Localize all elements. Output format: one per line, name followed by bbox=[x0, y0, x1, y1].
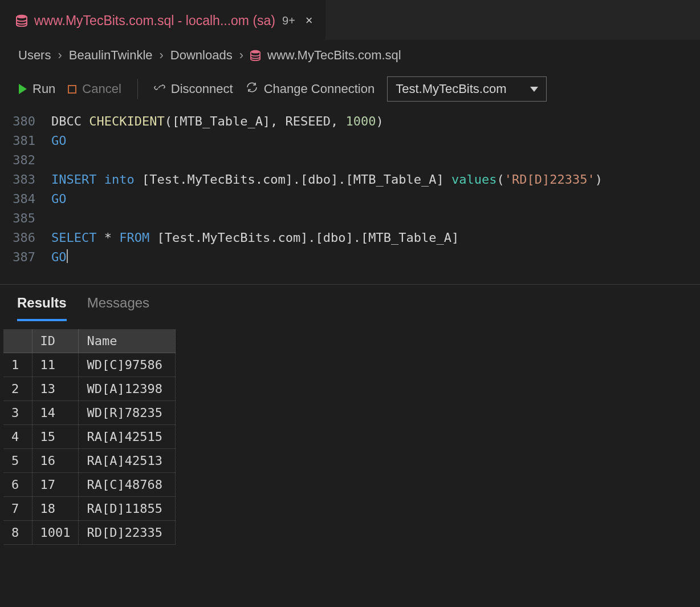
row-number[interactable]: 8 bbox=[3, 521, 32, 545]
code-content[interactable]: DBCC CHECKIDENT([MTB_Table_A], RESEED, 1… bbox=[51, 112, 384, 131]
cell[interactable]: RA[C]48768 bbox=[79, 473, 176, 497]
code-line[interactable]: 385 bbox=[0, 209, 700, 228]
code-editor[interactable]: 380DBCC CHECKIDENT([MTB_Table_A], RESEED… bbox=[0, 108, 700, 284]
cell[interactable]: WD[R]78235 bbox=[79, 401, 176, 425]
line-number: 380 bbox=[0, 112, 51, 131]
chevron-right-icon: › bbox=[160, 48, 164, 63]
code-content[interactable]: INSERT into [Test.MyTecBits.com].[dbo].[… bbox=[51, 170, 603, 189]
disconnect-label: Disconnect bbox=[171, 82, 233, 96]
code-content[interactable]: GO bbox=[51, 248, 68, 267]
run-label: Run bbox=[32, 82, 55, 96]
tab-badge: 9+ bbox=[282, 14, 295, 27]
results-grid-wrap: IDName 111WD[C]97586213WD[A]12398314WD[R… bbox=[0, 321, 700, 545]
cell[interactable]: 16 bbox=[32, 449, 79, 473]
row-number[interactable]: 6 bbox=[3, 473, 32, 497]
cell[interactable]: WD[C]97586 bbox=[79, 353, 176, 377]
database-select[interactable]: Test.MyTecBits.com bbox=[387, 76, 547, 102]
cell[interactable]: 14 bbox=[32, 401, 79, 425]
line-number: 381 bbox=[0, 131, 51, 151]
cancel-button[interactable]: Cancel bbox=[68, 82, 121, 96]
tab-messages[interactable]: Messages bbox=[87, 295, 149, 321]
cell[interactable]: 11 bbox=[32, 353, 79, 377]
table-row[interactable]: 415RA[A]42515 bbox=[3, 425, 176, 449]
tab-title: www.MyTecBits.com.sql - localh...om (sa) bbox=[34, 13, 275, 29]
code-line[interactable]: 380DBCC CHECKIDENT([MTB_Table_A], RESEED… bbox=[0, 112, 700, 131]
text-cursor bbox=[67, 249, 68, 263]
chevron-right-icon: › bbox=[239, 48, 243, 63]
cell[interactable]: WD[A]12398 bbox=[79, 377, 176, 401]
table-row[interactable]: 314WD[R]78235 bbox=[3, 401, 176, 425]
row-number[interactable]: 1 bbox=[3, 353, 32, 377]
code-line[interactable]: 384GO bbox=[0, 189, 700, 209]
grid-corner[interactable] bbox=[3, 329, 32, 353]
line-number: 383 bbox=[0, 170, 51, 189]
row-number[interactable]: 5 bbox=[3, 449, 32, 473]
table-row[interactable]: 516RA[A]42513 bbox=[3, 449, 176, 473]
svg-point-0 bbox=[17, 15, 27, 18]
crumb-downloads[interactable]: Downloads bbox=[170, 48, 233, 63]
line-number: 387 bbox=[0, 248, 51, 267]
line-number: 386 bbox=[0, 228, 51, 248]
breadcrumb: Users › BeaulinTwinkle › Downloads › www… bbox=[0, 40, 700, 72]
close-icon[interactable]: × bbox=[306, 13, 313, 28]
line-number: 382 bbox=[0, 151, 51, 170]
database-icon bbox=[16, 14, 27, 27]
tab-bar: www.MyTecBits.com.sql - localh...om (sa)… bbox=[0, 0, 700, 40]
code-line[interactable]: 381GO bbox=[0, 131, 700, 151]
row-number[interactable]: 2 bbox=[3, 377, 32, 401]
row-number[interactable]: 7 bbox=[3, 497, 32, 521]
cell[interactable]: 17 bbox=[32, 473, 79, 497]
tab-results[interactable]: Results bbox=[17, 295, 67, 321]
cell[interactable]: 13 bbox=[32, 377, 79, 401]
cell[interactable]: RA[A]42515 bbox=[79, 425, 176, 449]
code-content[interactable]: GO bbox=[51, 189, 67, 209]
database-selected-value: Test.MyTecBits.com bbox=[396, 82, 506, 96]
table-row[interactable]: 81001RD[D]22335 bbox=[3, 521, 176, 545]
refresh-icon bbox=[246, 81, 258, 97]
line-number: 384 bbox=[0, 189, 51, 209]
results-tabbar: Results Messages bbox=[0, 285, 700, 321]
cell[interactable]: RA[D]11855 bbox=[79, 497, 176, 521]
table-row[interactable]: 718RA[D]11855 bbox=[3, 497, 176, 521]
table-row[interactable]: 111WD[C]97586 bbox=[3, 353, 176, 377]
cell[interactable]: 18 bbox=[32, 497, 79, 521]
crumb-file[interactable]: www.MyTecBits.com.sql bbox=[267, 48, 401, 63]
chevron-down-icon bbox=[530, 87, 538, 92]
database-icon bbox=[250, 50, 261, 61]
separator bbox=[137, 79, 138, 99]
results-grid[interactable]: IDName 111WD[C]97586213WD[A]12398314WD[R… bbox=[3, 329, 176, 545]
table-row[interactable]: 617RA[C]48768 bbox=[3, 473, 176, 497]
code-content[interactable]: GO bbox=[51, 131, 67, 151]
editor-tab[interactable]: www.MyTecBits.com.sql - localh...om (sa)… bbox=[0, 0, 325, 40]
code-line[interactable]: 382 bbox=[0, 151, 700, 170]
column-header[interactable]: Name bbox=[79, 329, 176, 353]
table-row[interactable]: 213WD[A]12398 bbox=[3, 377, 176, 401]
code-content[interactable]: SELECT * FROM [Test.MyTecBits.com].[dbo]… bbox=[51, 228, 459, 248]
line-number: 385 bbox=[0, 209, 51, 228]
column-header[interactable]: ID bbox=[32, 329, 79, 353]
svg-point-1 bbox=[251, 50, 260, 54]
crumb-user[interactable]: BeaulinTwinkle bbox=[69, 48, 153, 63]
code-line[interactable]: 387GO bbox=[0, 248, 700, 267]
run-button[interactable]: Run bbox=[19, 82, 55, 96]
cell[interactable]: 15 bbox=[32, 425, 79, 449]
code-line[interactable]: 383INSERT into [Test.MyTecBits.com].[dbo… bbox=[0, 170, 700, 189]
cell[interactable]: RD[D]22335 bbox=[79, 521, 176, 545]
cancel-label: Cancel bbox=[82, 82, 121, 96]
cell[interactable]: 1001 bbox=[32, 521, 79, 545]
row-number[interactable]: 4 bbox=[3, 425, 32, 449]
sql-toolbar: Run Cancel Disconnect Change Connection … bbox=[0, 72, 700, 108]
crumb-users[interactable]: Users bbox=[18, 48, 51, 63]
cell[interactable]: RA[A]42513 bbox=[79, 449, 176, 473]
disconnect-button[interactable]: Disconnect bbox=[154, 81, 233, 97]
disconnect-icon bbox=[154, 81, 165, 97]
play-icon bbox=[19, 84, 27, 94]
chevron-right-icon: › bbox=[58, 48, 62, 63]
code-line[interactable]: 386SELECT * FROM [Test.MyTecBits.com].[d… bbox=[0, 228, 700, 248]
change-connection-button[interactable]: Change Connection bbox=[246, 81, 375, 97]
row-number[interactable]: 3 bbox=[3, 401, 32, 425]
change-connection-label: Change Connection bbox=[264, 82, 375, 96]
stop-icon bbox=[68, 85, 76, 94]
